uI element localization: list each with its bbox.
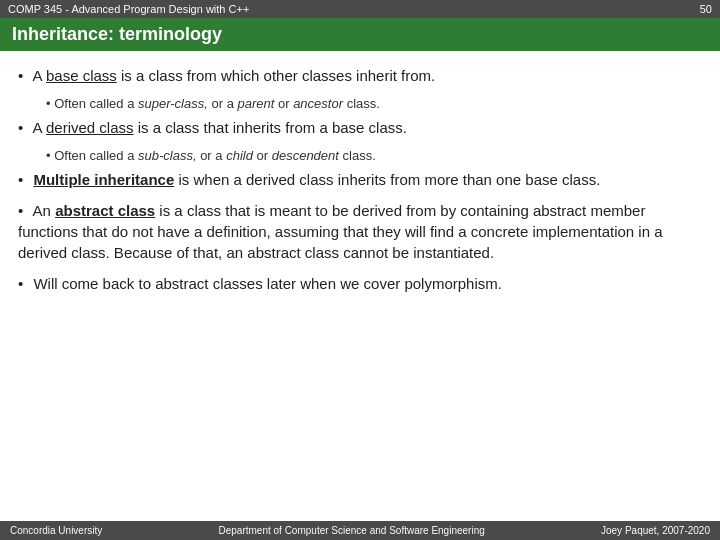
b1-term: base class <box>46 67 117 84</box>
b1-prefix: A <box>33 67 46 84</box>
bullet-3: • Multiple inheritance is when a derived… <box>18 169 702 190</box>
course-title: COMP 345 - Advanced Program Design with … <box>8 3 249 15</box>
b4-term: abstract class <box>55 202 155 219</box>
bullet-icon-4: • <box>18 202 23 219</box>
b4-prefix: An <box>33 202 56 219</box>
b2-suffix: is a class that inherits from a base cla… <box>134 119 407 136</box>
b3-term: Multiple inheritance <box>33 171 174 188</box>
b2-term: derived class <box>46 119 134 136</box>
footer-left: Concordia University <box>10 525 102 536</box>
bullet-1: • A base class is a class from which oth… <box>18 65 702 86</box>
bullet-icon-3: • <box>18 171 23 188</box>
b2-prefix: A <box>33 119 46 136</box>
bullet-icon-2: • <box>18 119 23 136</box>
b1-suffix: is a class from which other classes inhe… <box>117 67 435 84</box>
bullet-icon: • <box>18 67 23 84</box>
footer-center: Department of Computer Science and Softw… <box>219 525 485 536</box>
sub-bullet-1: • Often called a super-class, or a paren… <box>46 96 702 111</box>
b3-suffix: is when a derived class inherits from mo… <box>174 171 600 188</box>
bullet-2: • A derived class is a class that inheri… <box>18 117 702 138</box>
sub-bullet-2: • Often called a sub-class, or a child o… <box>46 148 702 163</box>
slide-title: Inheritance: terminology <box>12 24 222 44</box>
b5-suffix: Will come back to abstract classes later… <box>33 275 502 292</box>
bullet-icon-5: • <box>18 275 23 292</box>
bullet-5: • Will come back to abstract classes lat… <box>18 273 702 294</box>
footer-right: Joey Paquet, 2007-2020 <box>601 525 710 536</box>
slide-number: 50 <box>700 3 712 15</box>
bullet-4: • An abstract class is a class that is m… <box>18 200 702 263</box>
